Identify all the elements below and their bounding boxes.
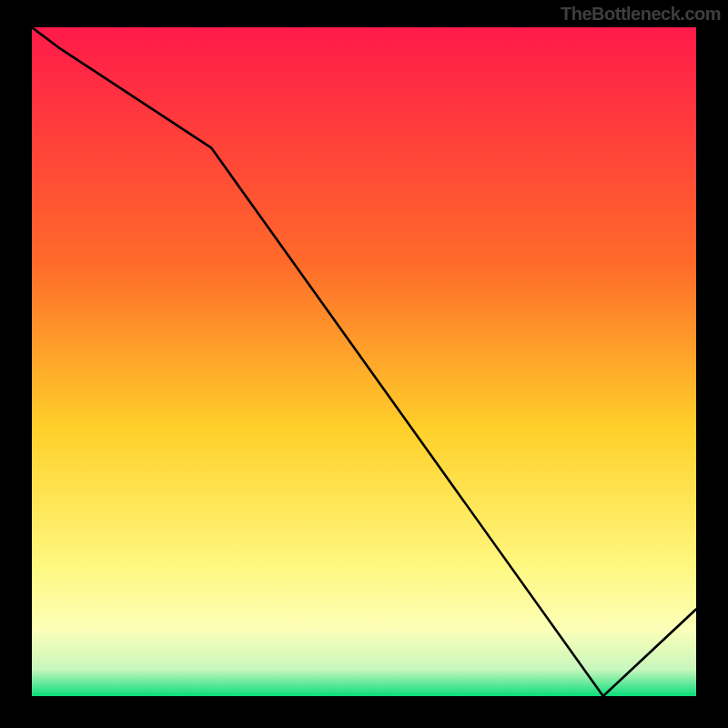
chart-container: TheBottleneck.com bbox=[0, 0, 728, 728]
plot-area bbox=[32, 27, 696, 696]
watermark-label: TheBottleneck.com bbox=[561, 4, 721, 25]
chart-svg bbox=[32, 27, 696, 696]
